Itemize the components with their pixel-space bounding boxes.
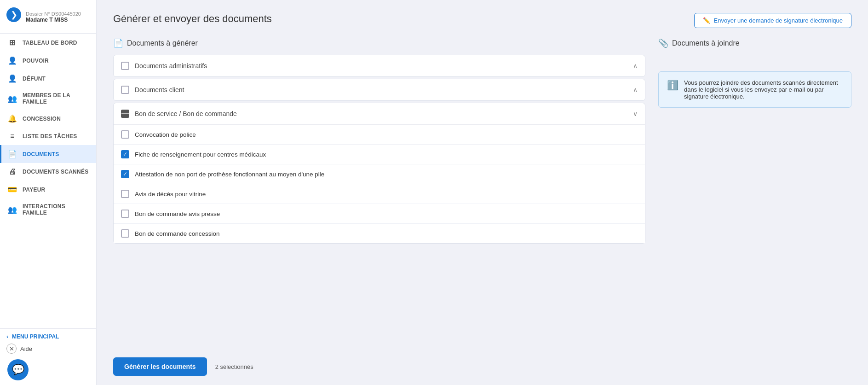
sidebar-header: ❯ Dossier N° DS00445020 Madame T MISS	[0, 0, 96, 34]
generer-button[interactable]: Générer les documents	[113, 357, 207, 376]
attestation-prothese-checkbox[interactable]: ✓	[121, 170, 129, 178]
group-icon: 👥	[8, 94, 17, 103]
sidebar-item-membres-famille[interactable]: 👥 MEMBRES DE LA FAMILLE	[0, 88, 96, 110]
bottom-bar: Générer les documents 2 sélectionnés	[113, 350, 645, 385]
documents-generer-title: 📄 Documents à générer	[113, 38, 645, 48]
sidebar-item-defunt[interactable]: 👤 DÉFUNT	[0, 70, 96, 88]
col-left: 📄 Documents à générer Documents administ…	[113, 38, 645, 385]
doc-group-client: Documents client ∧	[113, 79, 645, 101]
info-icon: ℹ️	[667, 80, 678, 91]
doc-group-client-header[interactable]: Documents client ∧	[114, 79, 645, 100]
chevron-up-icon: ∧	[633, 62, 638, 70]
sidebar-item-payeur[interactable]: 💳 PAYEUR	[0, 181, 96, 198]
group-icon: 👥	[8, 205, 17, 214]
convocation-police-checkbox[interactable]	[121, 130, 129, 139]
sidebar-item-label: MEMBRES DE LA FAMILLE	[23, 92, 90, 105]
close-help-button[interactable]: ✕	[6, 344, 17, 354]
section-title-label: Documents à générer	[127, 39, 198, 47]
sidebar-item-label: DOCUMENTS	[23, 151, 59, 158]
dossier-label: Dossier N° DS00445020	[26, 11, 81, 17]
chat-icon: 💬	[12, 364, 24, 376]
paperclip-icon: 📎	[658, 38, 668, 48]
doc-group-admin-checkbox[interactable]	[121, 62, 129, 70]
list-item: Bon de commande concession	[114, 224, 645, 243]
list-item: ✓ Fiche de renseignement pour centres mé…	[114, 145, 645, 164]
sidebar-item-tableau-de-bord[interactable]: ⊞ TABLEAU DE BORD	[0, 34, 96, 52]
sidebar-item-liste-taches[interactable]: ≡ LISTE DES TÂCHES	[0, 128, 96, 145]
bon-commande-concession-checkbox[interactable]	[121, 229, 129, 238]
card-icon: 💳	[8, 185, 17, 194]
fiche-renseignement-checkbox[interactable]: ✓	[121, 150, 129, 158]
list-item: ✓ Attestation de non port de prothèse fo…	[114, 164, 645, 184]
bell-icon: 🔔	[8, 114, 17, 123]
columns: 📄 Documents à générer Documents administ…	[113, 38, 851, 385]
list-item: Convocation de police	[114, 125, 645, 145]
dossier-num: DS00445020	[52, 11, 81, 17]
chevron-left-icon: ‹	[6, 333, 8, 340]
section-title-label: Documents à joindre	[672, 39, 740, 47]
send-button-label: Envoyer une demande de signature électro…	[714, 17, 843, 24]
sidebar-item-label: INTERACTIONS FAMILLE	[23, 203, 90, 216]
signature-icon: ✏️	[703, 17, 710, 24]
doc-group-bons-label: Bon de service / Bon de commande	[135, 110, 627, 117]
doc-sublist-bons: Convocation de police ✓ Fiche de renseig…	[114, 124, 645, 243]
page-title: Générer et envoyer des documents	[113, 13, 272, 25]
sidebar-item-label: DÉFUNT	[23, 76, 46, 82]
dossier-name: Madame T MISS	[26, 17, 81, 23]
sidebar-item-label: POUVOIR	[23, 58, 49, 64]
doc-group-admin-label: Documents administratifs	[135, 62, 627, 70]
col-right: 📎 Documents à joindre ℹ️ Vous pourrez jo…	[658, 38, 851, 385]
help-row: ✕ Aide	[6, 340, 90, 356]
bon-commande-concession-label: Bon de commande concession	[135, 230, 220, 237]
doc-group-bons-checkbox[interactable]: —	[121, 110, 129, 118]
attestation-prothese-label: Attestation de non port de prothèse fonc…	[135, 171, 324, 178]
help-label: Aide	[20, 345, 32, 352]
sidebar-footer: ‹ MENU PRINCIPAL ✕ Aide 💬	[0, 328, 96, 385]
chat-button[interactable]: 💬	[7, 359, 29, 380]
list-item: Avis de décès pour vitrine	[114, 184, 645, 204]
sidebar-item-label: DOCUMENTS SCANNÉS	[23, 169, 88, 175]
send-signature-button[interactable]: ✏️ Envoyer une demande de signature élec…	[694, 13, 851, 28]
menu-principal-link[interactable]: ‹ MENU PRINCIPAL	[6, 333, 90, 340]
doc-group-client-checkbox[interactable]	[121, 86, 129, 94]
sidebar-item-concession[interactable]: 🔔 CONCESSION	[0, 110, 96, 128]
sidebar-nav: ⊞ TABLEAU DE BORD 👤 POUVOIR 👤 DÉFUNT 👥 M…	[0, 34, 96, 221]
sidebar-item-label: LISTE DES TÂCHES	[23, 133, 77, 140]
attach-info-text: Vous pourrez joindre des documents scann…	[684, 79, 843, 100]
bon-commande-presse-label: Bon de commande avis presse	[135, 210, 220, 217]
user-icon: 👤	[8, 74, 17, 83]
document-list: Documents administratifs ∧ Documents cli…	[113, 55, 645, 346]
chevron-up-icon: ∧	[633, 86, 638, 93]
document-icon: 📄	[8, 150, 17, 158]
attach-info-box: ℹ️ Vous pourrez joindre des documents sc…	[658, 71, 851, 108]
document-icon: 📄	[113, 38, 123, 48]
menu-principal-label: MENU PRINCIPAL	[12, 333, 59, 340]
main-content: Générer et envoyer des documents ✏️ Envo…	[97, 0, 868, 385]
sidebar-item-label: TABLEAU DE BORD	[23, 40, 77, 46]
chevron-down-icon: ∨	[633, 110, 638, 117]
app-logo: ❯	[6, 7, 21, 22]
avis-deces-vitrine-checkbox[interactable]	[121, 190, 129, 198]
sidebar-item-documents[interactable]: 📄 DOCUMENTS	[0, 145, 96, 163]
convocation-police-label: Convocation de police	[135, 131, 196, 138]
sidebar: ❯ Dossier N° DS00445020 Madame T MISS ⊞ …	[0, 0, 97, 385]
list-item: Bon de commande avis presse	[114, 204, 645, 224]
sidebar-item-interactions-famille[interactable]: 👥 INTERACTIONS FAMILLE	[0, 198, 96, 221]
documents-joindre-title: 📎 Documents à joindre	[658, 38, 851, 48]
sidebar-item-label: PAYEUR	[23, 187, 45, 193]
sidebar-item-label: CONCESSION	[23, 116, 61, 122]
doc-group-bons: — Bon de service / Bon de commande ∨ Con…	[113, 103, 645, 244]
bon-commande-presse-checkbox[interactable]	[121, 210, 129, 218]
scan-icon: 🖨	[8, 168, 17, 176]
grid-icon: ⊞	[8, 38, 17, 47]
doc-group-admin-header[interactable]: Documents administratifs ∧	[114, 55, 645, 76]
sidebar-item-pouvoir[interactable]: 👤 POUVOIR	[0, 52, 96, 70]
selected-count: 2 sélectionnés	[215, 363, 253, 370]
list-icon: ≡	[8, 132, 17, 140]
avis-deces-vitrine-label: Avis de décès pour vitrine	[135, 191, 206, 198]
user-icon: 👤	[8, 56, 17, 65]
doc-group-admin: Documents administratifs ∧	[113, 55, 645, 77]
sidebar-item-documents-scannes[interactable]: 🖨 DOCUMENTS SCANNÉS	[0, 163, 96, 181]
doc-group-bons-header[interactable]: — Bon de service / Bon de commande ∨	[114, 103, 645, 124]
fiche-renseignement-label: Fiche de renseignement pour centres médi…	[135, 151, 266, 158]
